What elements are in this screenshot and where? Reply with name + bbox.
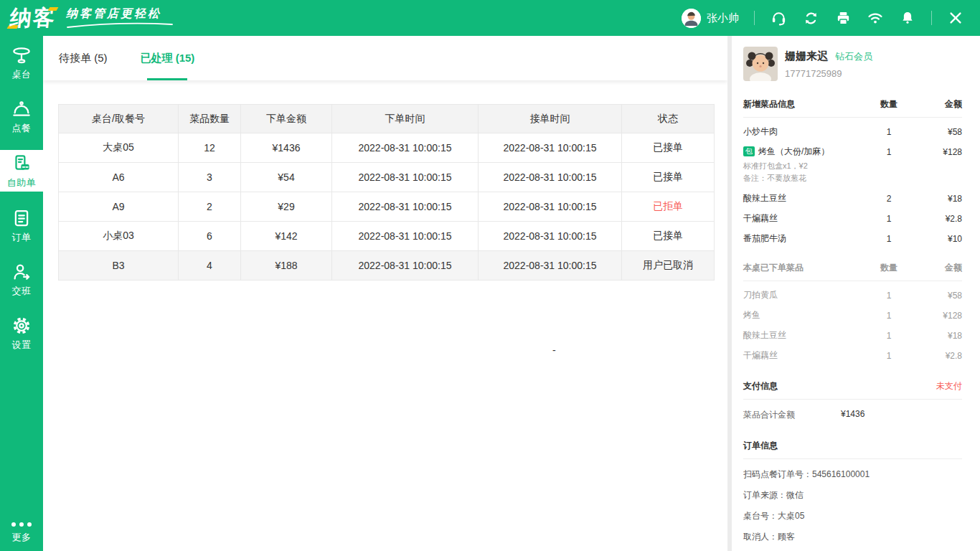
sidebar-item-orders[interactable]: 订单 xyxy=(0,205,43,245)
printer-icon[interactable] xyxy=(834,9,852,27)
list-item: 烤鱼 1 ¥128 xyxy=(743,309,962,321)
col-accept-time: 接单时间 xyxy=(479,105,622,133)
brand: 纳客 纳客管店更轻松 xyxy=(0,2,174,34)
top-bar-actions: 张小帅 xyxy=(682,9,980,28)
customer-phone: 17771725989 xyxy=(785,68,872,79)
wifi-icon[interactable] xyxy=(867,9,884,27)
user-chip[interactable]: 张小帅 xyxy=(682,9,739,28)
logo-accent xyxy=(48,7,59,11)
list-item: 酸辣土豆丝 2 ¥18 xyxy=(743,192,962,204)
shift-icon xyxy=(11,261,32,283)
user-name: 张小帅 xyxy=(707,11,739,25)
list-item: 刀拍黄瓜 1 ¥58 xyxy=(743,289,962,301)
order-info-line: 订单来源：微信 xyxy=(743,490,962,501)
package-badge: 包 xyxy=(743,146,755,156)
table-row[interactable]: 大桌05 12 ¥1436 2022-08-31 10:00:15 2022-0… xyxy=(59,133,715,163)
sidebar-item-shift[interactable]: 交班 xyxy=(0,259,43,299)
table-row[interactable]: A9 2 ¥29 2022-08-31 10:00:15 2022-08-31 … xyxy=(59,192,715,222)
order-list-icon xyxy=(11,207,32,229)
order-info-line: 桌台号：大桌05 xyxy=(743,511,962,522)
col-order-time: 下单时间 xyxy=(332,105,479,133)
divider xyxy=(931,11,932,25)
status-cell: 已拒单 xyxy=(622,192,715,222)
app-window: 纳客 纳客管店更轻松 xyxy=(0,0,980,551)
customer-avatar xyxy=(743,47,778,81)
sidebar: 桌台 点餐 自助单 订单 xyxy=(0,36,43,551)
sidebar-item-tables[interactable]: 桌台 xyxy=(0,42,43,83)
settings-icon xyxy=(11,315,32,336)
sidebar-item-order-food[interactable]: 点餐 xyxy=(0,96,43,136)
ordered-items-header: 本桌已下单菜品 数量 金额 xyxy=(743,262,962,281)
table-row[interactable]: B3 4 ¥188 2022-08-31 10:00:15 2022-08-31… xyxy=(59,251,715,281)
member-level-badge: 钻石会员 xyxy=(835,50,872,63)
payment-total-row: 菜品合计金额 ¥1436 xyxy=(743,409,962,421)
table-header-row: 桌台/取餐号 菜品数量 下单金额 下单时间 接单时间 状态 xyxy=(59,105,715,133)
list-item: 干煸藕丝 1 ¥2.8 xyxy=(743,212,962,225)
cloud-sync-icon[interactable] xyxy=(802,9,819,27)
customer-service-icon[interactable] xyxy=(770,9,787,27)
more-dots-icon xyxy=(9,520,34,529)
list-item: 番茄肥牛汤 1 ¥10 xyxy=(743,232,962,245)
customer-name: 姗姗来迟 xyxy=(785,50,828,63)
close-icon[interactable] xyxy=(947,9,964,27)
brand-tagline: 纳客管店更轻松 xyxy=(66,6,174,29)
col-dish-count: 菜品数量 xyxy=(179,105,241,133)
tagline-swoosh xyxy=(66,22,174,29)
brand-logo: 纳客 xyxy=(10,2,56,34)
col-status: 状态 xyxy=(622,105,715,133)
list-item: 包烤鱼（大份/加麻） 1 ¥128 xyxy=(743,146,962,158)
table-icon xyxy=(11,44,32,66)
sidebar-item-settings[interactable]: 设置 xyxy=(0,313,43,353)
self-order-icon xyxy=(11,153,32,174)
order-info-line: 取消人：顾客 xyxy=(743,532,962,542)
order-info-header: 订单信息 xyxy=(743,440,962,459)
status-cell: 已接单 xyxy=(622,222,715,251)
user-avatar xyxy=(682,9,701,28)
payment-status-badge: 未支付 xyxy=(936,380,962,392)
divider xyxy=(754,11,755,25)
item-notes: 标准打包盒x1，¥2 备注：不要放葱花 xyxy=(743,160,962,184)
payment-header: 支付信息 未支付 xyxy=(743,380,962,400)
tab-processed-orders[interactable]: 已处理 (15) xyxy=(139,36,197,80)
tab-bar: 待接单 (5) 已处理 (15) xyxy=(43,36,727,80)
list-item: 小炒牛肉 1 ¥58 xyxy=(743,126,962,138)
orders-table: 桌台/取餐号 菜品数量 下单金额 下单时间 接单时间 状态 大桌05 12 ¥1… xyxy=(58,104,715,281)
sidebar-item-self-order[interactable]: 自助单 xyxy=(0,150,43,192)
top-bar: 纳客 纳客管店更轻松 xyxy=(0,0,980,36)
order-info-line: 扫码点餐订单号：545616100001 xyxy=(743,469,962,480)
sidebar-item-more[interactable]: 更多 xyxy=(0,520,43,544)
table-row[interactable]: A6 3 ¥54 2022-08-31 10:00:15 2022-08-31 … xyxy=(59,163,715,192)
status-cell: 已接单 xyxy=(622,163,715,192)
new-items-header: 新增菜品信息 数量 金额 xyxy=(743,98,962,118)
customer-block: 姗姗来迟 钻石会员 17771725989 xyxy=(743,47,962,81)
col-amount: 下单金额 xyxy=(241,105,332,133)
status-cell: 已接单 xyxy=(622,133,715,163)
list-item: 酸辣土豆丝 1 ¥18 xyxy=(743,329,962,342)
stray-dash: - xyxy=(552,344,556,356)
payment-total-value: ¥1436 xyxy=(841,409,864,421)
cloche-icon xyxy=(11,98,32,120)
tab-pending-orders[interactable]: 待接单 (5) xyxy=(57,36,109,80)
main-content: 待接单 (5) 已处理 (15) 桌台/取餐号 菜品数量 下单金额 下单时间 接… xyxy=(43,36,727,551)
col-table-no: 桌台/取餐号 xyxy=(59,105,179,133)
list-item: 干煸藕丝 1 ¥2.8 xyxy=(743,349,962,362)
order-detail-panel: 姗姗来迟 钻石会员 17771725989 新增菜品信息 数量 金额 小炒牛肉 … xyxy=(732,36,980,551)
status-cell: 用户已取消 xyxy=(622,251,715,281)
bell-icon[interactable] xyxy=(899,9,916,27)
table-row[interactable]: 小桌03 6 ¥142 2022-08-31 10:00:15 2022-08-… xyxy=(59,222,715,251)
